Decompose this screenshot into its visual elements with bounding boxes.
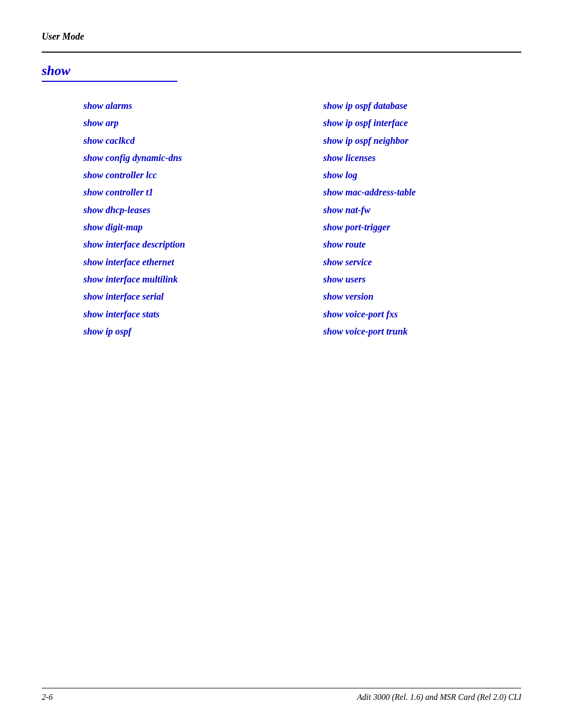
command-left-7[interactable]: show digit-map xyxy=(83,219,282,236)
command-right-0[interactable]: show ip ospf database xyxy=(323,97,521,115)
command-right-3[interactable]: show licenses xyxy=(323,150,521,167)
command-left-1[interactable]: show arp xyxy=(83,115,282,132)
command-right-7[interactable]: show port-trigger xyxy=(323,219,521,236)
page-header: User Mode xyxy=(42,31,521,42)
command-left-5[interactable]: show controller t1 xyxy=(83,184,282,201)
command-left-3[interactable]: show config dynamic-dns xyxy=(83,150,282,167)
command-right-8[interactable]: show route xyxy=(323,236,521,253)
commands-column-right: show ip ospf databaseshow ip ospf interf… xyxy=(323,97,521,340)
command-right-4[interactable]: show log xyxy=(323,167,521,184)
command-left-11[interactable]: show interface serial xyxy=(83,288,282,305)
command-left-4[interactable]: show controller lcc xyxy=(83,167,282,184)
footer-page-number: 2-6 xyxy=(42,693,53,702)
user-mode-label: User Mode xyxy=(42,31,84,42)
section-underline xyxy=(42,81,177,82)
section-title: show xyxy=(42,63,521,79)
command-right-12[interactable]: show voice-port fxs xyxy=(323,306,521,323)
command-right-10[interactable]: show users xyxy=(323,271,521,288)
command-left-8[interactable]: show interface description xyxy=(83,236,282,253)
command-right-9[interactable]: show service xyxy=(323,254,521,271)
commands-column-left: show alarmsshow arpshow caclkcdshow conf… xyxy=(83,97,282,340)
commands-grid: show alarmsshow arpshow caclkcdshow conf… xyxy=(42,97,521,340)
command-left-2[interactable]: show caclkcd xyxy=(83,132,282,150)
command-right-1[interactable]: show ip ospf interface xyxy=(323,115,521,132)
command-right-13[interactable]: show voice-port trunk xyxy=(323,323,521,340)
command-right-5[interactable]: show mac-address-table xyxy=(323,184,521,201)
command-left-9[interactable]: show interface ethernet xyxy=(83,254,282,271)
page-footer: 2-6 Adit 3000 (Rel. 1.6) and MSR Card (R… xyxy=(42,688,521,702)
command-right-2[interactable]: show ip ospf neighbor xyxy=(323,132,521,150)
footer-doc-title: Adit 3000 (Rel. 1.6) and MSR Card (Rel 2… xyxy=(357,693,521,702)
command-left-12[interactable]: show interface stats xyxy=(83,306,282,323)
command-left-6[interactable]: show dhcp-leases xyxy=(83,202,282,219)
command-left-13[interactable]: show ip ospf xyxy=(83,323,282,340)
command-right-11[interactable]: show version xyxy=(323,288,521,305)
command-right-6[interactable]: show nat-fw xyxy=(323,202,521,219)
top-divider xyxy=(42,52,521,53)
command-left-0[interactable]: show alarms xyxy=(83,97,282,115)
command-left-10[interactable]: show interface multilink xyxy=(83,271,282,288)
